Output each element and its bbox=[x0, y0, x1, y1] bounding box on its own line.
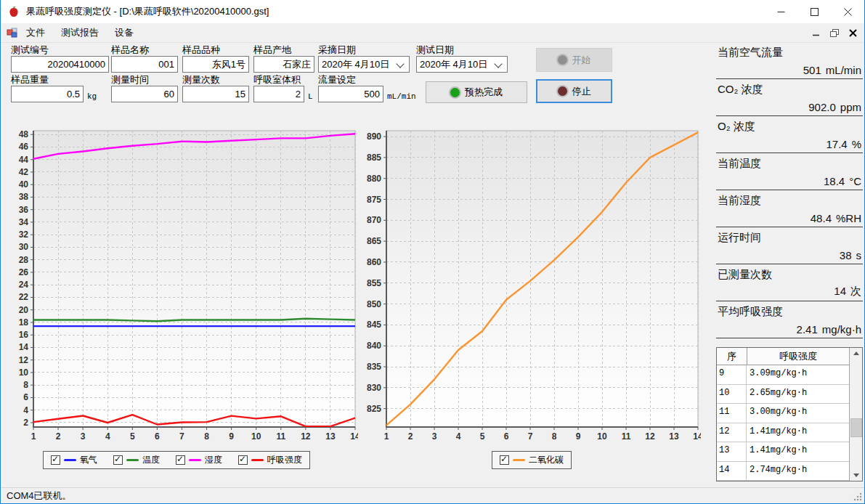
svg-text:830: 830 bbox=[367, 383, 381, 393]
menu-item-file[interactable]: 文件 bbox=[18, 23, 53, 42]
sample-weight-input[interactable] bbox=[11, 86, 84, 102]
svg-text:13: 13 bbox=[669, 431, 679, 442]
stat-value: 501mL/min bbox=[803, 64, 861, 76]
svg-text:12: 12 bbox=[19, 355, 29, 365]
close-button[interactable] bbox=[831, 0, 864, 23]
svg-text:840: 840 bbox=[367, 341, 381, 351]
status-bar: COM4已联机。 bbox=[1, 487, 864, 503]
table-header: 序 呼吸强度 bbox=[717, 348, 849, 365]
svg-text:3: 3 bbox=[81, 431, 86, 442]
field-flow-setting: 流量设定 mL/min bbox=[318, 73, 383, 102]
svg-text:42: 42 bbox=[19, 167, 29, 177]
measure-time-input[interactable] bbox=[111, 86, 178, 102]
field-label: 流量设定 bbox=[318, 73, 383, 85]
svg-text:4: 4 bbox=[23, 405, 28, 415]
field-label: 样品重量 bbox=[11, 73, 84, 85]
live-stats-panel: 当前空气流量 501mL/min CO₂ 浓度 902.0ppm O₂ 浓度 1… bbox=[716, 42, 863, 338]
resize-grip[interactable] bbox=[853, 492, 862, 501]
start-button[interactable]: 开始 bbox=[536, 48, 612, 72]
sample-name-input[interactable] bbox=[111, 56, 178, 73]
test-date-combobox[interactable]: 2020年 4月10日 bbox=[416, 56, 508, 73]
minimize-button[interactable] bbox=[764, 0, 797, 23]
legend-item-humidity: 湿度 bbox=[176, 454, 222, 466]
table-row[interactable]: 11 3.00mg/kg·h bbox=[717, 404, 849, 423]
legend-item-temperature: 温度 bbox=[113, 454, 160, 466]
field-label: 呼吸室体积 bbox=[253, 73, 304, 85]
stop-label: 停止 bbox=[572, 85, 591, 98]
scrollbar-thumb[interactable] bbox=[850, 418, 862, 437]
humidity-checkbox[interactable] bbox=[176, 455, 185, 465]
svg-text:850: 850 bbox=[367, 299, 381, 309]
scroll-down-button[interactable] bbox=[850, 470, 862, 481]
stop-button[interactable]: 停止 bbox=[536, 79, 612, 103]
stat-humidity: 当前湿度 48.4%RH bbox=[716, 190, 863, 227]
co2-checkbox[interactable] bbox=[500, 455, 509, 465]
svg-text:870: 870 bbox=[367, 215, 381, 225]
svg-text:24: 24 bbox=[19, 280, 29, 290]
stat-label: 当前湿度 bbox=[718, 194, 761, 208]
harvest-date-value: 2020年 4月10日 bbox=[322, 58, 389, 71]
preheat-status-button[interactable]: 预热完成 bbox=[426, 81, 527, 103]
connection-status: COM4已联机。 bbox=[7, 489, 72, 503]
svg-text:13: 13 bbox=[325, 431, 336, 442]
maximize-icon bbox=[811, 8, 819, 16]
svg-text:14: 14 bbox=[19, 342, 29, 352]
humidity-line-swatch bbox=[189, 459, 201, 461]
child-minimize-icon[interactable] bbox=[813, 29, 820, 36]
child-restore-icon[interactable] bbox=[830, 29, 839, 37]
table-row[interactable]: 9 3.09mg/kg·h bbox=[717, 365, 849, 384]
svg-text:11: 11 bbox=[622, 431, 631, 442]
temperature-checkbox[interactable] bbox=[113, 455, 123, 465]
sample-origin-input[interactable] bbox=[253, 56, 314, 73]
measure-count-input[interactable] bbox=[182, 86, 249, 102]
scroll-up-button[interactable] bbox=[850, 348, 862, 359]
flow-setting-input[interactable] bbox=[318, 86, 383, 102]
svg-text:28: 28 bbox=[19, 255, 29, 265]
table-row[interactable]: 12 1.41mg/kg·h bbox=[717, 423, 849, 442]
svg-text:6: 6 bbox=[155, 431, 160, 442]
svg-text:8: 8 bbox=[23, 380, 28, 390]
maximize-button[interactable] bbox=[797, 0, 831, 23]
field-chamber-volume: 呼吸室体积 L bbox=[253, 73, 304, 102]
field-label: 样品名称 bbox=[111, 44, 178, 55]
stat-label: 当前温度 bbox=[718, 157, 761, 171]
stat-value: 14次 bbox=[834, 285, 861, 298]
svg-text:36: 36 bbox=[19, 205, 29, 215]
table-scrollbar[interactable] bbox=[849, 348, 862, 481]
svg-text:14: 14 bbox=[693, 431, 701, 442]
legend-label: 湿度 bbox=[205, 454, 222, 466]
test-id-input[interactable] bbox=[11, 56, 109, 73]
svg-text:885: 885 bbox=[367, 153, 381, 163]
chamber-volume-input[interactable] bbox=[253, 86, 304, 102]
start-label: 开始 bbox=[572, 54, 591, 67]
svg-text:825: 825 bbox=[367, 404, 381, 414]
table-row[interactable]: 14 2.74mg/kg·h bbox=[717, 462, 849, 481]
field-label: 测试日期 bbox=[416, 44, 508, 55]
stat-label: 平均呼吸强度 bbox=[718, 305, 783, 319]
harvest-date-combobox[interactable]: 2020年 4月10日 bbox=[318, 56, 410, 73]
svg-text:7: 7 bbox=[179, 431, 184, 442]
child-close-icon[interactable] bbox=[849, 29, 857, 37]
table-row[interactable]: 10 2.65mg/kg·h bbox=[717, 385, 849, 404]
svg-text:9: 9 bbox=[576, 431, 581, 442]
table-row[interactable]: 13 1.41mg/kg·h bbox=[717, 442, 849, 461]
minimize-icon bbox=[777, 8, 785, 16]
respiration-checkbox[interactable] bbox=[238, 455, 248, 465]
oxygen-checkbox[interactable] bbox=[51, 455, 60, 465]
red-status-dot-icon bbox=[558, 86, 567, 96]
app-window: 果蔬呼吸强度测定仪 - [D:\果蔬呼吸软件\20200410000.gst] … bbox=[0, 0, 865, 504]
triangle-up-icon bbox=[853, 351, 859, 355]
legend-label: 呼吸强度 bbox=[267, 454, 302, 466]
svg-text:5: 5 bbox=[480, 431, 485, 442]
sample-variety-input[interactable] bbox=[182, 56, 249, 73]
field-sample-origin: 样品产地 bbox=[253, 44, 314, 73]
menu-item-test-report[interactable]: 测试报告 bbox=[53, 23, 107, 42]
field-sample-variety: 样品品种 bbox=[182, 44, 249, 73]
field-label: 测试编号 bbox=[11, 44, 109, 55]
chevron-down-icon bbox=[396, 60, 404, 68]
stat-label: CO₂ 浓度 bbox=[718, 83, 763, 97]
field-label: 采摘日期 bbox=[318, 44, 410, 55]
field-sample-name: 样品名称 bbox=[111, 44, 178, 73]
field-harvest-date: 采摘日期 2020年 4月10日 bbox=[318, 44, 410, 73]
menu-item-device[interactable]: 设备 bbox=[107, 23, 142, 42]
